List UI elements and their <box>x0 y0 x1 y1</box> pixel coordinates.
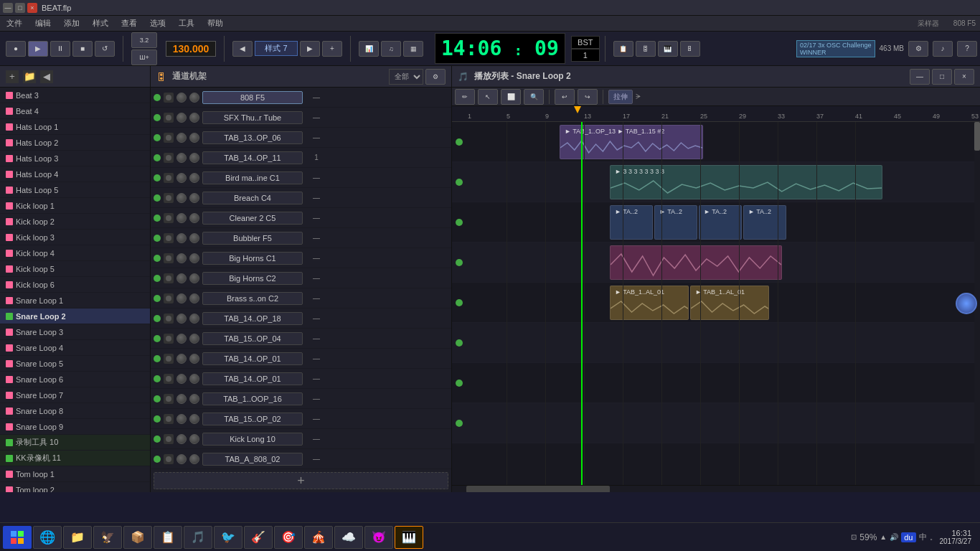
add-pattern-button[interactable]: + <box>322 41 342 57</box>
loop-button[interactable]: ↺ <box>95 41 115 57</box>
channel-name-12[interactable]: TAB_15..OP_04 <box>202 332 303 345</box>
channel-row-13[interactable]: TAB_14..OP_01 — <box>151 349 451 369</box>
taskbar-fl-studio[interactable]: 🎹 <box>395 526 423 549</box>
redo-btn[interactable]: ↪ <box>578 89 598 105</box>
channel-pan-17[interactable] <box>189 434 199 444</box>
channel-pan-14[interactable] <box>189 374 199 384</box>
channel-name-10[interactable]: Brass s..on C2 <box>202 292 303 305</box>
channel-name-5[interactable]: Breach C4 <box>202 192 303 204</box>
channel-row-17[interactable]: Kick Long 10 — <box>151 429 451 449</box>
playlist-item[interactable]: Hats Loop 4 <box>0 166 150 182</box>
clip-2-2[interactable]: ► TA..2 <box>699 205 742 240</box>
channel-mute-12[interactable] <box>164 334 174 344</box>
channel-pan-16[interactable] <box>189 414 199 424</box>
channel-vol-9[interactable] <box>176 273 187 283</box>
channel-name-4[interactable]: Bird ma..ine C1 <box>202 171 303 184</box>
channel-row-8[interactable]: Big Horns C1 — <box>151 248 451 268</box>
playlist-item[interactable]: Kick loop 1 <box>0 198 150 214</box>
playlist-item[interactable]: KK录像机 11 <box>0 451 150 466</box>
channel-vol-0[interactable] <box>176 93 187 103</box>
channel-name-17[interactable]: Kick Long 10 <box>202 433 303 446</box>
channel-vol-8[interactable] <box>176 253 187 263</box>
playlist-maximize-btn[interactable]: □ <box>932 69 952 85</box>
channel-mute-18[interactable] <box>164 454 174 464</box>
channel-vol-11[interactable] <box>176 314 187 324</box>
channel-mute-5[interactable] <box>164 193 174 203</box>
start-button[interactable] <box>3 526 32 549</box>
channel-pan-8[interactable] <box>189 253 199 263</box>
channel-name-16[interactable]: TAB_15..OP_02 <box>202 413 303 425</box>
maximize-button[interactable]: □ <box>15 3 25 13</box>
channel-row-12[interactable]: TAB_15..OP_04 — <box>151 329 451 349</box>
taskbar-music[interactable]: 🎵 <box>184 526 212 549</box>
clip-4-1[interactable]: ► TAB_1..AL_01 <box>690 286 769 320</box>
channel-mute-6[interactable] <box>164 213 174 223</box>
playlist-minimize-btn[interactable]: — <box>910 69 930 85</box>
left-arrow-button[interactable]: ◀ <box>40 70 53 83</box>
taskbar-demon[interactable]: 😈 <box>364 526 393 549</box>
folder-button[interactable]: 📁 <box>23 70 36 83</box>
channel-row-11[interactable]: TAB_14..OP_18 — <box>151 309 451 329</box>
menu-tools[interactable]: 工具 <box>176 18 197 29</box>
playlist-item[interactable]: Beat 4 <box>0 103 150 119</box>
channel-vol-17[interactable] <box>176 434 187 444</box>
pattern-label[interactable]: 样式 7 <box>255 41 298 56</box>
channel-vol-1[interactable] <box>176 113 187 123</box>
channel-name-14[interactable]: TAB_14..OP_01 <box>202 372 303 385</box>
window-control-buttons[interactable]: — □ × <box>3 3 37 13</box>
channel-row-5[interactable]: Breach C4 — <box>151 188 451 208</box>
channel-row-3[interactable]: TAB_14..OP_11 1 <box>151 148 451 168</box>
channel-name-8[interactable]: Big Horns C1 <box>202 252 303 265</box>
channel-vol-5[interactable] <box>176 193 187 203</box>
playlist-item[interactable]: Snare Loop 7 <box>0 387 150 403</box>
menu-add[interactable]: 添加 <box>62 18 82 29</box>
playlist-item-active[interactable]: Snare Loop 2 <box>0 309 150 324</box>
taskbar-app10[interactable]: 🎪 <box>304 526 333 549</box>
stop-button[interactable]: ■ <box>72 41 93 57</box>
channel-mute-13[interactable] <box>164 354 174 364</box>
channel-row-4[interactable]: Bird ma..ine C1 — <box>151 168 451 188</box>
playlist-item[interactable]: Snare Loop 9 <box>0 419 150 435</box>
channel-name-0[interactable]: 808 F5 <box>202 91 303 104</box>
clip-3-0[interactable] <box>610 245 782 280</box>
channel-name-7[interactable]: Bubbler F5 <box>202 232 303 245</box>
help-btn-icon[interactable]: ? <box>957 41 977 57</box>
channel-pan-4[interactable] <box>189 173 199 183</box>
channel-vol-7[interactable] <box>176 233 187 243</box>
prev-pattern-button[interactable]: ◀ <box>232 41 253 57</box>
channel-name-15[interactable]: TAB_1..OOP_16 <box>202 392 303 405</box>
channel-name-18[interactable]: TAB_A_808_02 <box>202 453 303 466</box>
taskbar-ie[interactable]: 🌐 <box>33 526 62 549</box>
add-channel-button[interactable]: + <box>154 472 448 489</box>
channel-vol-16[interactable] <box>176 414 187 424</box>
playlist-item[interactable]: Hats Loop 3 <box>0 151 150 166</box>
clip-1-0[interactable]: ► 3 3 3 3 3 3 3 3 <box>610 165 882 199</box>
channel-pan-1[interactable] <box>189 113 199 123</box>
channel-name-13[interactable]: TAB_14..OP_01 <box>202 352 303 365</box>
channel-vol-4[interactable] <box>176 173 187 183</box>
channel-row-7[interactable]: Bubbler F5 — <box>151 228 451 248</box>
draw-tool-btn[interactable]: ✏ <box>455 89 475 105</box>
channel-vol-6[interactable] <box>176 213 187 223</box>
menu-file[interactable]: 文件 <box>4 18 24 29</box>
channel-mute-10[interactable] <box>164 293 174 303</box>
playlist-item[interactable]: Tom loop 2 <box>0 482 150 492</box>
taskbar-app4[interactable]: 📦 <box>123 526 152 549</box>
channel-filter-select[interactable]: 全部 <box>389 69 423 85</box>
scrollbar-thumb[interactable] <box>974 122 980 151</box>
channel-name-3[interactable]: TAB_14..OP_11 <box>202 151 303 164</box>
undo-btn[interactable]: ↩ <box>555 89 575 105</box>
channel-name-2[interactable]: TAB_13..OP_06 <box>202 131 303 144</box>
piano-roll-btn[interactable]: 🎹 <box>658 41 678 57</box>
taskbar-app7[interactable]: 🐦 <box>214 526 242 549</box>
clip-2-0[interactable]: ► TA..2 <box>610 205 653 240</box>
minimize-button[interactable]: — <box>3 3 13 13</box>
channel-vol-10[interactable] <box>176 293 187 303</box>
channel-rack-btn[interactable]: 🎛 <box>636 41 656 57</box>
channel-row-6[interactable]: Cleaner 2 C5 — <box>151 208 451 228</box>
channel-pan-9[interactable] <box>189 273 199 283</box>
menu-style[interactable]: 样式 <box>90 18 110 29</box>
channel-vol-2[interactable] <box>176 133 187 143</box>
clip-4-0[interactable]: ► TAB_1..AL_01 <box>610 286 689 320</box>
channel-row-1[interactable]: SFX Thu..r Tube — <box>151 108 451 128</box>
